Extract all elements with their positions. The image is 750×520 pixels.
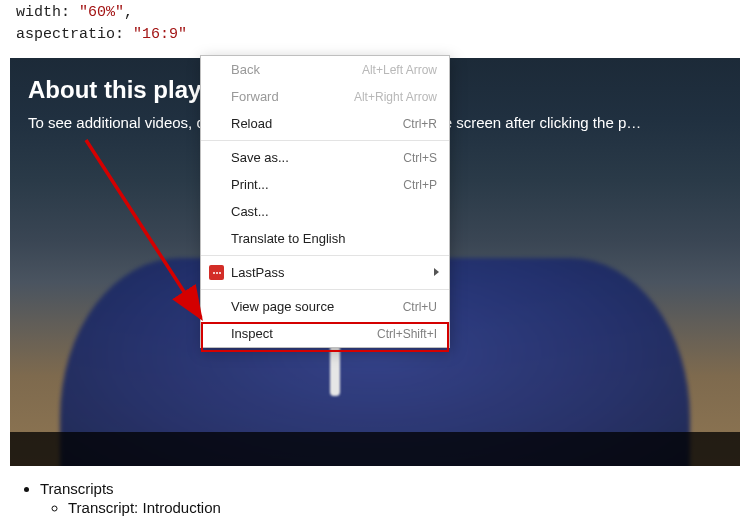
- menu-print[interactable]: Print... Ctrl+P: [201, 171, 449, 198]
- menu-viewsource-label: View page source: [231, 299, 395, 314]
- menu-reload-label: Reload: [231, 116, 395, 131]
- menu-print-label: Print...: [231, 177, 395, 192]
- menu-saveas-shortcut: Ctrl+S: [395, 151, 437, 165]
- menu-reload-shortcut: Ctrl+R: [395, 117, 437, 131]
- menu-translate-label: Translate to English: [231, 231, 437, 246]
- menu-lastpass-label: LastPass: [231, 265, 437, 280]
- menu-separator: [201, 255, 449, 256]
- menu-inspect-label: Inspect: [231, 326, 369, 341]
- code-val-aspect: "16:9": [133, 26, 187, 43]
- menu-forward-shortcut: Alt+Right Arrow: [346, 90, 437, 104]
- submenu-caret-icon: [434, 268, 439, 276]
- code-snippet: width: "60%", aspectratio: "16:9": [0, 0, 750, 54]
- code-key-width: width:: [16, 4, 70, 21]
- menu-back-label: Back: [231, 62, 354, 77]
- lastpass-icon: [209, 265, 224, 280]
- transcripts-section: Transcripts Transcript: Introduction: [18, 480, 221, 516]
- menu-reload[interactable]: Reload Ctrl+R: [201, 110, 449, 137]
- menu-view-source[interactable]: View page source Ctrl+U: [201, 293, 449, 320]
- transcripts-heading: Transcripts Transcript: Introduction: [40, 480, 221, 516]
- transcript-item[interactable]: Transcript: Introduction: [68, 499, 221, 516]
- code-comma: ,: [124, 4, 133, 21]
- code-val-width: "60%": [79, 4, 124, 21]
- menu-lastpass[interactable]: LastPass: [201, 259, 449, 286]
- menu-cast-label: Cast...: [231, 204, 437, 219]
- menu-back[interactable]: Back Alt+Left Arrow: [201, 56, 449, 83]
- menu-separator: [201, 289, 449, 290]
- menu-forward[interactable]: Forward Alt+Right Arrow: [201, 83, 449, 110]
- menu-separator: [201, 140, 449, 141]
- menu-inspect[interactable]: Inspect Ctrl+Shift+I: [201, 320, 449, 347]
- menu-print-shortcut: Ctrl+P: [395, 178, 437, 192]
- menu-saveas-label: Save as...: [231, 150, 395, 165]
- menu-viewsource-shortcut: Ctrl+U: [395, 300, 437, 314]
- code-key-aspect: aspectratio:: [16, 26, 124, 43]
- menu-inspect-shortcut: Ctrl+Shift+I: [369, 327, 437, 341]
- context-menu: Back Alt+Left Arrow Forward Alt+Right Ar…: [200, 55, 450, 348]
- menu-save-as[interactable]: Save as... Ctrl+S: [201, 144, 449, 171]
- video-controls-bar[interactable]: [10, 432, 740, 466]
- menu-translate[interactable]: Translate to English: [201, 225, 449, 252]
- menu-cast[interactable]: Cast...: [201, 198, 449, 225]
- menu-back-shortcut: Alt+Left Arrow: [354, 63, 437, 77]
- menu-forward-label: Forward: [231, 89, 346, 104]
